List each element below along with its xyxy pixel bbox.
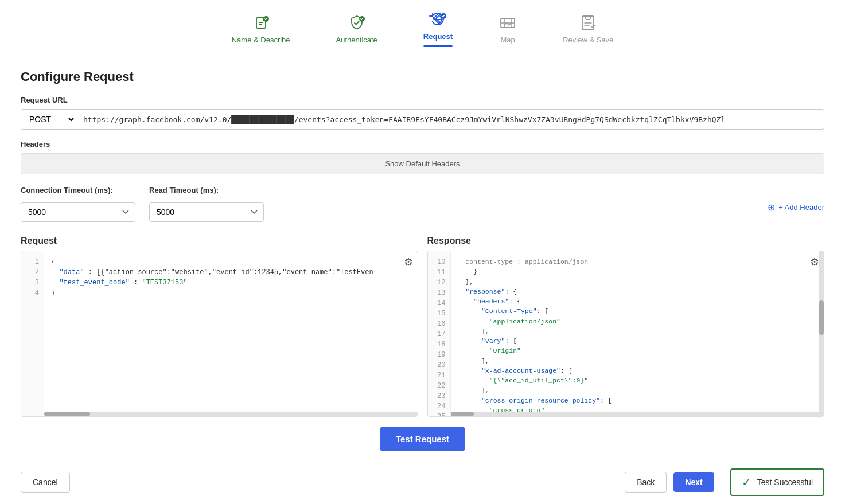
request-code-content[interactable]: { "data" : [{"action_source":"website","…	[44, 251, 418, 416]
headers-label: Headers	[21, 140, 824, 149]
step-request[interactable]: Request	[423, 10, 453, 47]
step-icon-authenticate	[348, 14, 366, 32]
request-line-numbers: 1234	[21, 251, 44, 416]
main-content: Configure Request Request URL POST GET P…	[0, 53, 845, 504]
page-title: Configure Request	[21, 69, 824, 84]
next-button[interactable]: Next	[673, 472, 714, 492]
step-label-name-describe: Name & Describe	[232, 36, 290, 44]
request-settings-button[interactable]: ⚙	[404, 256, 413, 268]
response-code-content: content-type : application/json } }, "re…	[451, 251, 824, 416]
add-header-icon: ⊕	[768, 202, 775, 213]
url-input[interactable]	[76, 111, 824, 128]
step-label-map: Map	[500, 36, 515, 44]
show-headers-button[interactable]: Show Default Headers	[21, 153, 824, 174]
add-header-label: + Add Header	[778, 203, 824, 212]
request-panel-title: Request	[21, 236, 418, 246]
response-panel: Response 1011121314151617181920212223242…	[427, 236, 825, 417]
timeout-row: Connection Timeout (ms): 5000 1000 2000 …	[21, 186, 824, 222]
back-button[interactable]: Back	[625, 472, 667, 493]
url-label: Request URL	[21, 96, 824, 104]
stepper: Name & Describe Authenticate	[0, 0, 845, 53]
cancel-button[interactable]: Cancel	[21, 472, 70, 493]
response-line-numbers: 1011121314151617181920212223242526272829…	[428, 251, 451, 416]
request-code-editor[interactable]: 1234 { "data" : [{"action_source":"websi…	[21, 251, 418, 417]
headers-section: Headers Show Default Headers	[21, 140, 824, 174]
response-scrollbar[interactable]	[819, 251, 824, 416]
test-success-label: Test Successful	[757, 478, 813, 487]
step-review-save[interactable]: Review & Save	[563, 14, 613, 44]
step-authenticate[interactable]: Authenticate	[336, 14, 377, 44]
step-label-request: Request	[423, 32, 453, 41]
step-icon-review-save	[579, 14, 597, 32]
step-label-authenticate: Authenticate	[336, 36, 377, 44]
read-timeout-label: Read Timeout (ms):	[149, 186, 264, 194]
read-timeout-select[interactable]: 5000 1000 2000 3000 10000 30000	[149, 202, 264, 222]
response-code-editor[interactable]: 1011121314151617181920212223242526272829…	[427, 251, 825, 417]
request-panel: Request 1234 { "data" : [{"action_source…	[21, 236, 418, 417]
test-success-check-icon: ✓	[742, 475, 751, 489]
step-label-review-save: Review & Save	[563, 36, 613, 44]
step-icon-name-describe	[252, 14, 270, 32]
connection-timeout-field: Connection Timeout (ms): 5000 1000 2000 …	[21, 186, 135, 222]
step-icon-map	[499, 14, 517, 32]
response-settings-button[interactable]: ⚙	[810, 256, 819, 268]
footer: Cancel Back Next ✓ Test Successful	[0, 460, 845, 504]
step-name-describe[interactable]: Name & Describe	[232, 14, 290, 44]
panels-row: Request 1234 { "data" : [{"action_source…	[21, 236, 824, 417]
step-map[interactable]: Map	[499, 14, 517, 44]
add-header-button[interactable]: ⊕ + Add Header	[768, 186, 824, 213]
connection-timeout-label: Connection Timeout (ms):	[21, 186, 135, 194]
test-success-toast: ✓ Test Successful	[730, 468, 824, 496]
step-icon-request	[429, 10, 447, 29]
url-row: POST GET PUT DELETE PATCH	[21, 109, 824, 130]
method-select[interactable]: POST GET PUT DELETE PATCH	[21, 110, 76, 129]
connection-timeout-select[interactable]: 5000 1000 2000 3000 10000 30000	[21, 202, 135, 222]
test-request-row: Test Request	[21, 427, 824, 451]
test-request-button[interactable]: Test Request	[380, 427, 465, 451]
response-panel-title: Response	[427, 236, 825, 246]
read-timeout-field: Read Timeout (ms): 5000 1000 2000 3000 1…	[149, 186, 264, 222]
step-active-underline	[423, 45, 453, 47]
response-scrollbar-thumb	[819, 300, 824, 335]
